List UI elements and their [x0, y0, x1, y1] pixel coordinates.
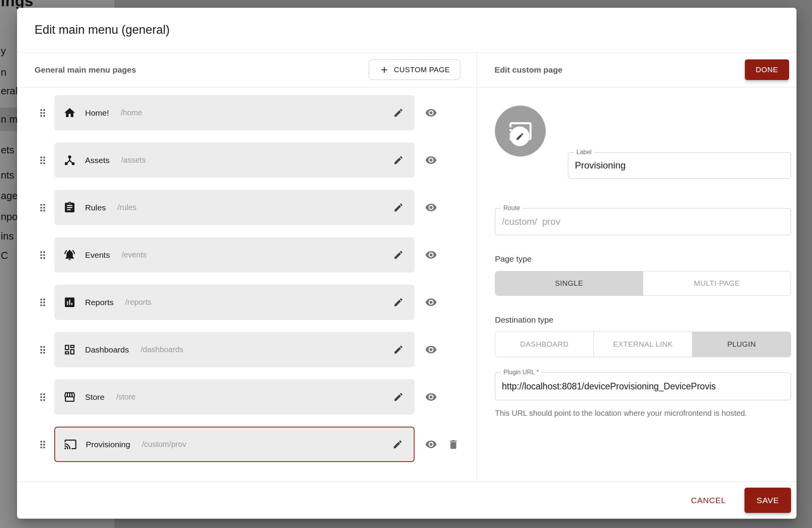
- menu-page-route: /events: [121, 250, 146, 259]
- plugin-url-field[interactable]: Plugin URL * http://localhost:8081/devic…: [495, 372, 791, 400]
- assets-icon: [63, 154, 76, 167]
- menu-page-route: /dashboards: [141, 345, 183, 354]
- menu-page-row: Home! /home: [37, 95, 477, 130]
- rules-icon: [63, 201, 76, 214]
- menu-page-label: Reports: [85, 298, 114, 307]
- menu-page-route: /home: [121, 108, 142, 117]
- menu-page-label: Provisioning: [86, 440, 130, 449]
- right-panel-title: Edit custom page: [494, 65, 745, 75]
- destination-type-toggle: DASHBOARDEXTERNAL LINKPLUGIN: [495, 332, 791, 357]
- save-button[interactable]: SAVE: [744, 488, 791, 513]
- plugin-url-value: http://localhost:8081/deviceProvisioning…: [502, 373, 785, 400]
- custom-page-button[interactable]: CUSTOM PAGE: [369, 59, 460, 80]
- destination-type-option-dashboard[interactable]: DASHBOARD: [495, 332, 593, 357]
- destination-type-option-external-link[interactable]: EXTERNAL LINK: [593, 332, 692, 357]
- edit-icon-button[interactable]: [510, 126, 530, 146]
- reports-icon: [63, 296, 76, 309]
- drag-handle-icon[interactable]: [37, 107, 54, 119]
- menu-page-row: Provisioning /custom/prov: [37, 427, 477, 462]
- menu-page-card[interactable]: Home! /home: [54, 95, 415, 130]
- edit-icon[interactable]: [393, 344, 404, 355]
- drag-handle-icon[interactable]: [37, 155, 54, 166]
- edit-main-menu-dialog: Edit main menu (general) General main me…: [17, 8, 796, 519]
- page-type-option-single[interactable]: SINGLE: [495, 271, 643, 295]
- menu-page-label: Rules: [85, 203, 106, 212]
- edit-icon[interactable]: [392, 439, 403, 450]
- label-field[interactable]: Label Provisioning: [568, 152, 791, 179]
- dialog-footer: CANCEL SAVE: [17, 481, 796, 519]
- destination-type-option-plugin[interactable]: PLUGIN: [692, 332, 791, 357]
- edit-icon[interactable]: [393, 202, 404, 213]
- menu-page-route: /store: [116, 393, 135, 401]
- menu-page-route: /rules: [118, 203, 137, 212]
- dashboards-icon: [63, 343, 76, 356]
- menu-page-row: Reports /reports: [37, 285, 477, 320]
- menu-page-row: Store /store: [37, 379, 477, 415]
- drag-handle-icon[interactable]: [37, 391, 54, 403]
- visibility-icon[interactable]: [425, 154, 437, 166]
- visibility-icon[interactable]: [425, 391, 437, 403]
- menu-page-label: Home!: [85, 108, 109, 118]
- page-type-option-multi-page[interactable]: MULTI-PAGE: [643, 271, 791, 295]
- route-value: prov: [542, 216, 560, 227]
- visibility-icon[interactable]: [425, 296, 437, 308]
- pencil-icon: [515, 132, 524, 141]
- menu-page-label: Store: [85, 393, 104, 402]
- dialog-title: Edit main menu (general): [17, 8, 796, 52]
- edit-icon[interactable]: [393, 250, 404, 260]
- cast-icon: [64, 438, 77, 451]
- menu-pages-panel: General main menu pages CUSTOM PAGE Home…: [17, 52, 477, 481]
- page-type-toggle: SINGLEMULTI-PAGE: [495, 271, 791, 296]
- destination-type-label: Destination type: [495, 315, 553, 325]
- menu-page-card[interactable]: Provisioning /custom/prov: [54, 427, 415, 462]
- menu-page-row: Assets /assets: [37, 142, 477, 178]
- plugin-url-helper-text: This URL should point to the location wh…: [495, 406, 772, 420]
- route-field[interactable]: Route /custom/ prov: [495, 208, 791, 235]
- route-prefix: /custom/: [502, 216, 537, 227]
- menu-page-route: /custom/prov: [142, 440, 186, 449]
- visibility-icon[interactable]: [425, 438, 437, 450]
- visibility-icon[interactable]: [425, 201, 437, 214]
- home-icon: [63, 106, 76, 119]
- menu-page-row: Dashboards /dashboards: [37, 332, 477, 367]
- done-button[interactable]: DONE: [745, 59, 789, 80]
- drag-handle-icon[interactable]: [37, 439, 54, 450]
- visibility-icon[interactable]: [425, 344, 437, 356]
- menu-page-card[interactable]: Reports /reports: [54, 285, 415, 320]
- events-icon: [63, 248, 76, 261]
- menu-page-card[interactable]: Events /events: [54, 237, 415, 273]
- menu-page-route: /reports: [125, 298, 152, 307]
- menu-page-row: Rules /rules: [37, 190, 477, 225]
- menu-page-card[interactable]: Assets /assets: [54, 142, 415, 178]
- delete-icon[interactable]: [448, 439, 459, 450]
- page-type-label: Page type: [495, 254, 532, 264]
- edit-icon[interactable]: [393, 392, 404, 402]
- edit-icon[interactable]: [393, 297, 404, 307]
- menu-page-card[interactable]: Store /store: [54, 379, 415, 415]
- label-field-value: Provisioning: [575, 153, 785, 178]
- menu-page-route: /assets: [121, 156, 146, 165]
- menu-page-card[interactable]: Rules /rules: [54, 190, 415, 225]
- visibility-icon[interactable]: [425, 249, 437, 261]
- edit-custom-page-panel: Edit custom page DONE Label Provisioning…: [477, 52, 796, 481]
- drag-handle-icon[interactable]: [37, 297, 54, 308]
- menu-page-label: Assets: [85, 156, 109, 165]
- menu-page-row: Events /events: [37, 237, 477, 273]
- drag-handle-icon[interactable]: [37, 249, 54, 261]
- plus-icon: [379, 65, 389, 75]
- store-icon: [63, 391, 76, 403]
- menu-pages-list: Home! /home Assets /assets Rules /rules: [17, 87, 477, 481]
- left-panel-title: General main menu pages: [35, 65, 369, 75]
- menu-page-label: Dashboards: [85, 345, 129, 354]
- cancel-button[interactable]: CANCEL: [679, 488, 737, 513]
- menu-page-card[interactable]: Dashboards /dashboards: [54, 332, 415, 367]
- edit-icon[interactable]: [393, 155, 404, 165]
- edit-icon[interactable]: [393, 108, 404, 118]
- drag-handle-icon[interactable]: [37, 202, 54, 214]
- menu-page-label: Events: [85, 250, 110, 260]
- drag-handle-icon[interactable]: [37, 344, 54, 356]
- visibility-icon[interactable]: [425, 107, 437, 119]
